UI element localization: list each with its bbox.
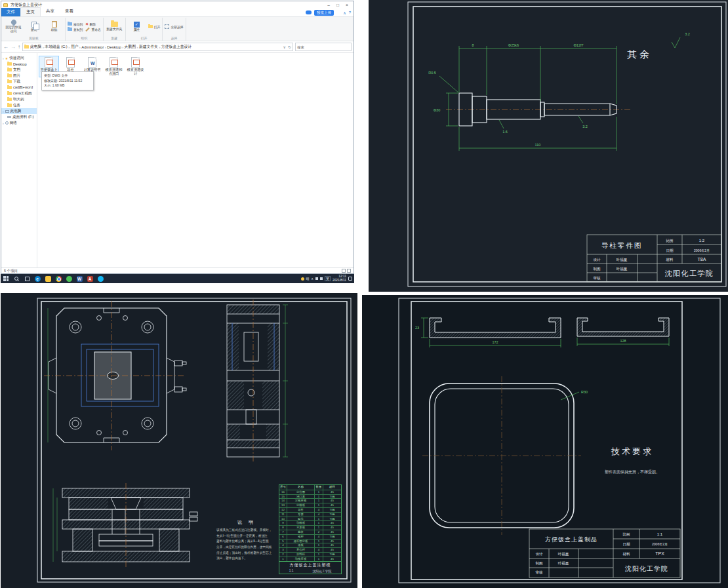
sidebar-folder-item[interactable]: 任务 [1, 102, 37, 108]
preview-upload-button[interactable]: 预览上传 [314, 10, 334, 16]
address-dropdown-icon[interactable]: ∨ [283, 45, 286, 49]
details-view-button[interactable] [342, 269, 346, 273]
sidebar-drive[interactable]: 桌面资料 (F:) [1, 114, 37, 120]
roughness-a: 1.6 [502, 130, 508, 134]
sidebar-quick-access[interactable]: ›★快速访问 [1, 55, 37, 61]
new-folder-button[interactable]: 新建文件夹 [106, 22, 123, 31]
volume-icon[interactable] [320, 277, 323, 280]
ribbon-tab[interactable]: 主页 [20, 7, 41, 16]
status-bar: 5 个项目 [1, 267, 354, 273]
input-language-indicator[interactable]: 英 [325, 276, 331, 281]
back-button[interactable]: ← [3, 45, 9, 50]
copy-icon [31, 22, 37, 28]
breadcrumb-segment[interactable]: ›Desktop [104, 44, 121, 50]
taskbar-app-edge[interactable]: e [32, 274, 43, 283]
copy-button[interactable]: 复制 [25, 22, 43, 32]
file-item[interactable]: 横直浇道和点浇口 [104, 56, 124, 77]
folder-icon [7, 104, 12, 107]
network-icon [5, 121, 9, 125]
properties-button[interactable]: ✓ 属性 [128, 22, 146, 32]
ribbon-collapse-icon[interactable]: ∧ [343, 10, 346, 15]
file-item[interactable]: 横直浇道设计 [125, 56, 146, 77]
minimize-button[interactable]: – [324, 3, 333, 7]
group-label-clipboard: 剪贴板 [29, 35, 38, 41]
up-button[interactable]: ↑ [18, 45, 20, 50]
pin-to-quick-access-button[interactable]: 固定到快速访问 [5, 20, 22, 33]
sidebar-folder-item[interactable]: cad图+word [1, 85, 37, 90]
close-button[interactable]: × [342, 3, 352, 7]
sidebar-folder-item[interactable]: 明天的 [1, 96, 37, 102]
rest-label: 其余 [627, 49, 652, 60]
breadcrumb-segment[interactable]: ›新建文件夹 [136, 44, 158, 50]
front-section-view [53, 483, 197, 567]
search-box[interactable] [295, 43, 352, 51]
dim-body-dia: Φ25k6 [508, 43, 519, 47]
taskbar-clock[interactable]: 12:11 2021/8/11 [333, 275, 346, 283]
parts-list-row: 6推杆4T8A [279, 534, 341, 539]
taskbar-app-qq[interactable] [95, 274, 106, 283]
move-to-button[interactable]: 移动到 [68, 22, 83, 26]
forward-button[interactable]: → [10, 45, 16, 50]
parts-header-cell: 序号 [279, 485, 287, 490]
navigation-pane: ›★快速访问 Desktop文档图片下载cad图+wordcava工程图明天的任… [1, 53, 37, 267]
new-folder-icon [111, 22, 118, 27]
select-all-button[interactable]: 全部选择 [165, 24, 183, 29]
open-button[interactable]: 打开 [148, 25, 161, 29]
rename-button[interactable]: 重命名 [85, 28, 100, 31]
ribbon-group-open: ✓ 属性 打开 打开 [126, 18, 163, 41]
sidebar-network[interactable]: ›网络 [1, 120, 37, 126]
network-tray-icon[interactable] [315, 277, 318, 280]
delete-button[interactable]: ×删除 [85, 22, 100, 26]
copy-to-button[interactable]: 复制到 [68, 28, 83, 31]
sidebar-folder-item[interactable]: 文档 [1, 67, 37, 73]
sidebar-folder-item[interactable]: cava工程图 [1, 90, 37, 96]
desktop-composite: 方便饭盒上盖设计 – □ × 文件 主页共享查看 预览上传 ∧ ? [0, 0, 728, 588]
taskbar-app-chrome[interactable] [53, 274, 64, 283]
maximize-button[interactable]: □ [333, 3, 342, 7]
breadcrumb-segment[interactable]: ›大鹏图 [121, 44, 136, 50]
note-line: 分开，由定距拉杆的限位作用，使中间板 [216, 545, 277, 551]
search-icon[interactable] [11, 274, 22, 283]
breadcrumb-segment[interactable]: ›Administrator [78, 44, 104, 50]
tab-file[interactable]: 文件 [1, 8, 20, 16]
start-button[interactable] [1, 274, 11, 283]
weather-icon[interactable] [301, 277, 304, 281]
parts-header-cell: 数量 [314, 485, 323, 490]
rest-roughness-value: 3.2 [685, 32, 690, 36]
ribbon-tab[interactable]: 共享 [41, 7, 60, 16]
title-block-texts: 方便饭盒上盖制品 比例 1:1 日期 2006年2月 设计 叶福星 制图 叶福星… [536, 532, 669, 574]
paste-button[interactable]: 粘贴 [45, 21, 63, 32]
drive-icon [7, 116, 11, 118]
thumbnails-view-button[interactable] [347, 269, 351, 273]
ribbon-group-clipboard: 固定到快速访问 复制 粘贴 剪贴板 [3, 18, 66, 41]
sidebar-this-pc[interactable]: ›此电脑 [1, 108, 37, 114]
task-view-icon[interactable] [22, 274, 32, 283]
sidebar-folder-item[interactable]: Desktop [1, 61, 37, 67]
action-center-icon[interactable] [348, 277, 352, 281]
note-line: 该模具为三板式点浇口注塑模。开模时， [216, 528, 277, 534]
taskbar-app-autocad[interactable]: A [85, 274, 95, 283]
weather-text[interactable]: 晴 [306, 277, 310, 281]
refresh-icon[interactable]: ↻ [288, 45, 291, 49]
help-icon[interactable]: ? [349, 10, 351, 15]
file-icon [45, 57, 53, 68]
hidden-icons-arrow[interactable]: ∧ [311, 277, 313, 281]
taskbar-app-wechat[interactable] [64, 274, 74, 283]
taskbar-app-file-explorer[interactable] [43, 274, 53, 283]
window-controls: – □ × [324, 3, 352, 7]
dim-head-width: 8 [472, 43, 474, 47]
search-input[interactable] [297, 45, 350, 49]
breadcrumb-segment[interactable]: ›用户 [68, 44, 79, 50]
breadcrumb-segment[interactable]: ›此电脑 [30, 44, 41, 50]
ribbon-tab[interactable]: 查看 [60, 7, 79, 16]
sidebar-folder-item[interactable]: 下载 [1, 79, 37, 85]
item-count: 5 个项目 [4, 269, 18, 273]
taskbar-app-word[interactable]: W [74, 274, 85, 283]
material-label: 材料 [622, 552, 631, 557]
dim-line [53, 488, 57, 562]
address-box[interactable]: ›此电脑›本地磁盘 (C:)›用户›Administrator›Desktop›… [22, 43, 293, 51]
sidebar-folder-item[interactable]: 图片 [1, 73, 37, 79]
breadcrumb-segment[interactable]: ›方便饭盒上盖设计 [158, 44, 192, 50]
cloud-sync-icon[interactable] [306, 10, 312, 14]
breadcrumb-segment[interactable]: ›本地磁盘 (C:) [41, 44, 67, 50]
